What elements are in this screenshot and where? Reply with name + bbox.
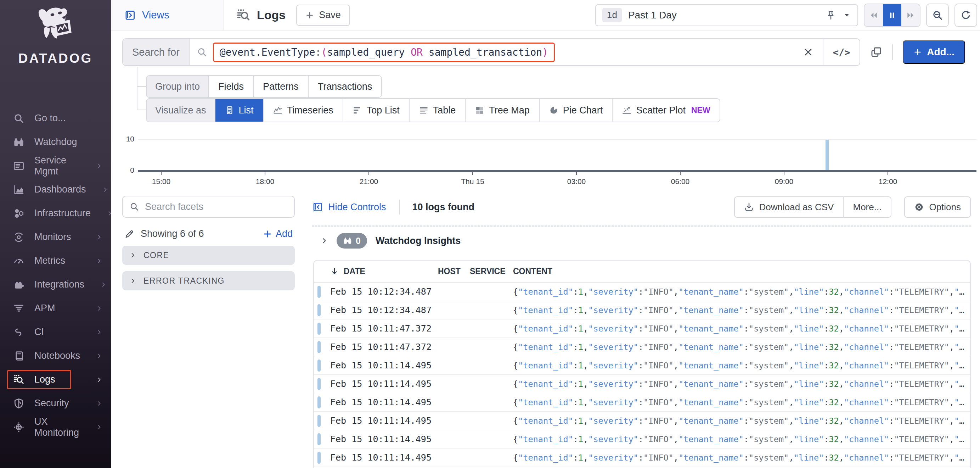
x-axis-tick <box>888 172 888 175</box>
sidebar-item-ux-monitoring[interactable]: UX Monitoring <box>0 415 111 439</box>
copy-icon[interactable] <box>870 46 882 58</box>
datadog-dog-logo <box>34 4 77 48</box>
viz-option-top-list[interactable]: Top List <box>343 99 409 121</box>
raw-query-toggle[interactable]: </> <box>822 39 859 65</box>
log-content-cell: {"tenant_id":1,"severity":"INFO","tenant… <box>513 342 970 352</box>
log-date-cell: Feb 15 10:11:14.495 <box>314 360 438 371</box>
options-button[interactable]: Options <box>904 196 971 218</box>
sidebar-item-apm[interactable]: APM <box>0 296 111 320</box>
log-content-cell: {"tenant_id":1,"severity":"INFO","tenant… <box>513 361 970 371</box>
sidebar-item-go-to[interactable]: Go to... <box>0 106 111 130</box>
viz-option-scatter-plot[interactable]: Scatter PlotNEW <box>612 99 719 121</box>
x-axis-tick <box>576 172 577 175</box>
pencil-icon[interactable] <box>124 229 134 239</box>
pause-button[interactable] <box>883 4 901 26</box>
log-row[interactable]: Feb 15 10:11:14.495{"tenant_id":1,"sever… <box>314 430 970 449</box>
viz-option-timeseries[interactable]: Timeseries <box>263 99 343 121</box>
log-status-indicator <box>317 286 321 298</box>
log-row[interactable]: Feb 15 10:11:14.495{"tenant_id":1,"sever… <box>314 412 970 430</box>
facet-group-error-tracking[interactable]: ERROR TRACKING <box>122 271 295 291</box>
logs-icon <box>13 374 24 385</box>
x-axis-label: 03:00 <box>555 177 598 186</box>
indent-guide-viz <box>137 110 146 110</box>
sidebar-item-watchdog[interactable]: Watchdog <box>0 130 111 154</box>
ux-icon <box>13 422 24 433</box>
time-range-selector[interactable]: 1d Past 1 Day <box>595 4 858 26</box>
log-row[interactable]: Feb 15 10:12:34.487{"tenant_id":1,"sever… <box>314 301 970 319</box>
sidebar-item-integrations[interactable]: Integrations <box>0 273 111 296</box>
group-option-patterns[interactable]: Patterns <box>253 76 308 97</box>
sidebar-item-label: UX Monitoring <box>34 416 80 438</box>
chevron-right-icon <box>96 377 102 383</box>
views-button[interactable]: Views <box>111 0 224 30</box>
sidebar-item-dashboards[interactable]: Dashboards <box>0 177 111 201</box>
search-query-input[interactable]: @event.EventType:(sampled_query OR sampl… <box>213 43 555 62</box>
group-option-transactions[interactable]: Transactions <box>308 76 382 97</box>
log-date-cell: Feb 15 10:12:34.487 <box>314 286 438 297</box>
log-volume-bar[interactable] <box>826 140 829 170</box>
viz-option-list[interactable]: List <box>215 99 263 121</box>
sidebar-item-logs[interactable]: Logs <box>0 368 111 391</box>
title-zone: Logs <box>224 8 286 22</box>
hide-controls-button[interactable]: Hide Controls <box>312 201 386 213</box>
viz-option-tree-map[interactable]: Tree Map <box>465 99 539 121</box>
time-backward-button[interactable] <box>864 4 883 26</box>
log-volume-chart[interactable]: 10 0 15:0018:0021:00Thu 1503:0006:0009:0… <box>122 132 977 188</box>
time-nav-group <box>864 3 921 27</box>
refresh-button[interactable] <box>955 3 977 27</box>
sidebar-item-monitors[interactable]: Monitors <box>0 225 111 249</box>
sidebar-item-ci[interactable]: CI <box>0 320 111 344</box>
log-row[interactable]: Feb 15 10:11:14.495{"tenant_id":1,"sever… <box>314 393 970 412</box>
sidebar-item-main: Monitors <box>7 228 87 247</box>
treemap-icon <box>475 105 485 115</box>
facet-group-core[interactable]: CORE <box>122 246 295 265</box>
download-csv-button[interactable]: Download as CSV <box>735 197 843 217</box>
log-row[interactable]: Feb 15 10:11:14.495{"tenant_id":1,"sever… <box>314 375 970 393</box>
column-header-date[interactable]: DATE <box>314 267 438 276</box>
zoom-out-button[interactable] <box>926 3 949 27</box>
pin-icon[interactable] <box>826 10 836 21</box>
sidebar-item-main: Watchdog <box>7 133 93 152</box>
metrics-icon <box>13 255 24 267</box>
log-content-cell: {"tenant_id":1,"severity":"INFO","tenant… <box>513 305 970 315</box>
add-facet-button[interactable]: Add <box>263 228 293 239</box>
sidebar-item-notebooks[interactable]: Notebooks <box>0 344 111 368</box>
column-header-host[interactable]: HOST <box>438 267 470 276</box>
search-row: Search for @event.EventType:(sampled_que… <box>122 38 965 66</box>
more-button[interactable]: More... <box>843 197 891 217</box>
chevron-right-icon <box>129 252 137 259</box>
add-button[interactable]: Add... <box>903 40 965 64</box>
clear-query-icon[interactable] <box>803 47 813 58</box>
log-row[interactable]: Feb 15 10:11:14.495{"tenant_id":1,"sever… <box>314 449 970 467</box>
sidebar-item-main: Integrations <box>7 275 100 294</box>
sidebar-item-security[interactable]: Security <box>0 391 111 415</box>
facet-search-input[interactable] <box>145 201 288 212</box>
chevron-right-icon <box>96 400 102 407</box>
column-header-service[interactable]: SERVICE <box>470 267 513 276</box>
chevron-down-icon[interactable] <box>843 11 851 19</box>
x-axis-label: Thu 15 <box>451 177 494 186</box>
watchdog-insights-row[interactable]: 0 Watchdog Insights <box>312 225 971 249</box>
sidebar-item-service-mgmt[interactable]: Service Mgmt <box>0 154 111 177</box>
sidebar-item-infrastructure[interactable]: Infrastructure <box>0 201 111 225</box>
results-header: Hide Controls 10 logs found Download as … <box>312 196 980 219</box>
log-row[interactable]: Feb 15 10:12:34.487{"tenant_id":1,"sever… <box>314 283 970 301</box>
save-button[interactable]: Save <box>296 5 350 26</box>
log-status-indicator <box>317 396 321 409</box>
viz-option-pie-chart[interactable]: Pie Chart <box>539 99 612 121</box>
infrastructure-icon <box>13 208 24 219</box>
search-box: Search for @event.EventType:(sampled_que… <box>122 38 860 66</box>
column-header-content[interactable]: CONTENT <box>513 267 970 276</box>
log-row[interactable]: Feb 15 10:11:14.495{"tenant_id":1,"sever… <box>314 356 970 375</box>
viz-option-table[interactable]: Table <box>409 99 465 121</box>
log-row[interactable]: Feb 15 10:11:47.372{"tenant_id":1,"sever… <box>314 319 970 338</box>
sidebar-item-main: Service Mgmt <box>7 151 96 181</box>
notebooks-icon <box>13 350 24 362</box>
group-into-label: Group into <box>147 76 208 97</box>
logs-count: 10 logs found <box>412 202 475 213</box>
time-forward-button[interactable] <box>901 4 920 26</box>
log-row[interactable]: Feb 15 10:11:47.372{"tenant_id":1,"sever… <box>314 338 970 356</box>
group-option-fields[interactable]: Fields <box>208 76 253 97</box>
sidebar-item-metrics[interactable]: Metrics <box>0 249 111 273</box>
binoculars-icon <box>343 236 352 245</box>
